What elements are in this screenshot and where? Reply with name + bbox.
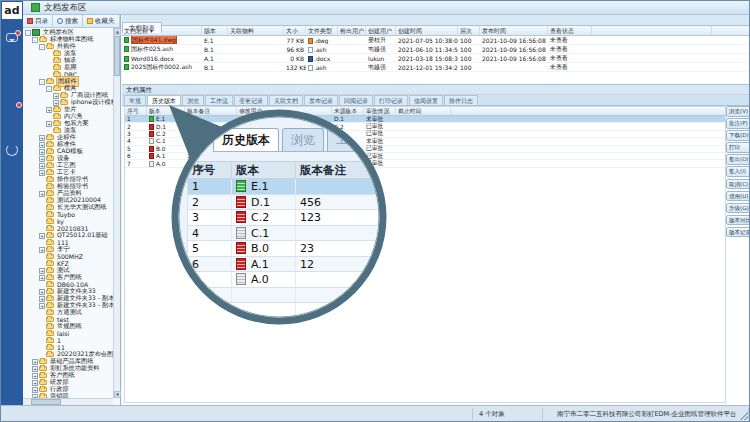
tree-toolbar-button-2[interactable]: 收藏夹 <box>83 15 120 27</box>
file-row[interactable]: 国标件025.ashB.196 KB.ash韦越强2021-06-10 11:3… <box>122 45 749 54</box>
monitor-icon[interactable] <box>6 106 18 118</box>
tab-变更记录[interactable]: 变更记录 <box>234 95 268 105</box>
expand-toggle-icon[interactable]: - <box>25 30 31 36</box>
side-button[interactable]: 版本记录 <box>726 227 750 238</box>
tree-item[interactable]: +李宁 <box>23 246 113 253</box>
side-button[interactable]: 浏览(V) <box>726 106 750 117</box>
expand-toggle-icon[interactable]: + <box>39 233 45 239</box>
expand-toggle-icon[interactable]: + <box>39 142 45 148</box>
expand-toggle-icon[interactable]: + <box>39 149 45 155</box>
expand-toggle-icon[interactable]: + <box>39 289 45 295</box>
file-column-header[interactable]: 文档名称 ▾ <box>122 26 202 35</box>
tab-关联文档[interactable]: 关联文档 <box>269 95 303 105</box>
file-column-header[interactable]: 发布时间 <box>480 26 548 35</box>
tree-item[interactable]: laisi <box>23 330 113 337</box>
side-button[interactable]: 签入(I) <box>726 166 750 177</box>
expand-toggle-icon[interactable]: + <box>39 135 45 141</box>
expand-toggle-icon[interactable]: + <box>39 163 45 169</box>
side-button[interactable]: 升级(G) <box>726 203 750 214</box>
tree-item[interactable]: 底脚 <box>23 64 113 71</box>
expand-toggle-icon[interactable]: + <box>32 373 38 379</box>
tab-操作日志[interactable]: 操作日志 <box>444 95 478 105</box>
tree-toolbar-button-0[interactable]: 目录 <box>23 15 53 27</box>
expand-toggle-icon[interactable]: + <box>39 191 45 197</box>
tree-horizontal-scrollbar[interactable] <box>23 398 113 405</box>
expand-toggle-icon[interactable]: + <box>39 275 45 281</box>
history-column-header[interactable]: 修改用户 <box>237 107 332 115</box>
expand-toggle-icon[interactable]: + <box>46 107 52 113</box>
side-button[interactable]: 版本对比 <box>726 215 750 226</box>
tree-item[interactable]: ky <box>23 218 113 225</box>
file-column-header[interactable]: 层次 <box>458 26 480 35</box>
tab-浏览[interactable]: 浏览 <box>182 95 204 105</box>
tree-item[interactable]: 500MHZ <box>23 253 113 260</box>
expand-toggle-icon[interactable]: + <box>46 121 52 127</box>
scroll-down-arrow-icon[interactable]: ▼ <box>114 391 121 398</box>
expand-toggle-icon[interactable]: + <box>32 359 38 365</box>
tab-历史版本[interactable]: 历史版本 <box>147 95 181 105</box>
file-column-header[interactable]: 创建用户 <box>366 26 396 35</box>
expand-toggle-icon[interactable]: + <box>39 296 45 302</box>
expand-toggle-icon[interactable]: + <box>39 247 45 253</box>
tree-item[interactable]: +QT25012.01基础 <box>23 232 113 239</box>
tree-item[interactable]: 长光华大测试图纸 <box>23 204 113 211</box>
expand-toggle-icon[interactable]: + <box>32 380 38 386</box>
file-column-header[interactable]: 关联物料 <box>228 26 284 35</box>
scroll-up-arrow-icon[interactable]: ▲ <box>114 28 121 35</box>
expand-toggle-icon[interactable]: - <box>39 44 45 50</box>
history-row[interactable]: 3C.2123已审批 <box>125 131 725 138</box>
file-column-header[interactable]: 查看状态 <box>548 26 592 35</box>
tree-item[interactable]: +客户图纸 <box>23 274 113 281</box>
chat-icon[interactable] <box>6 33 18 42</box>
expand-toggle-icon[interactable]: + <box>32 366 38 372</box>
history-column-header[interactable]: 截止时间 <box>396 107 451 115</box>
expand-toggle-icon[interactable]: + <box>39 303 45 309</box>
settings-icon[interactable] <box>6 220 18 232</box>
file-column-header[interactable]: 文件类型 <box>306 26 338 35</box>
file-column-header[interactable]: 创建时间 <box>396 26 458 35</box>
tab-工作流[interactable]: 工作流 <box>205 95 233 105</box>
expand-toggle-icon[interactable]: + <box>39 156 45 162</box>
history-column-header[interactable]: 版本 <box>147 107 185 115</box>
expand-toggle-icon[interactable]: + <box>39 268 45 274</box>
contacts-icon[interactable] <box>6 182 18 194</box>
sync-icon[interactable] <box>6 144 18 156</box>
expand-toggle-icon[interactable]: + <box>53 93 59 99</box>
history-row[interactable]: 2D.1456C.2已审批 <box>125 123 725 130</box>
history-column-header[interactable]: 序号 <box>125 107 147 115</box>
side-button[interactable]: 批注(P) <box>726 118 750 129</box>
tab-借阅设置[interactable]: 借阅设置 <box>409 95 443 105</box>
expand-toggle-icon[interactable]: - <box>46 86 52 92</box>
side-button[interactable]: 取消(C) <box>726 179 750 190</box>
file-column-header[interactable]: 检出用户 <box>338 26 366 35</box>
file-row[interactable]: Word016.docxA.10 KB.docxlukun2021-03-18 … <box>122 54 749 63</box>
history-row[interactable]: 1E.1D.1未审批 <box>125 116 725 123</box>
tree-toolbar-button-1[interactable]: 搜索 <box>53 15 83 27</box>
tab-发布记录[interactable]: 发布记录 <box>304 95 338 105</box>
tree-item[interactable]: 1 <box>23 337 113 344</box>
file-column-header[interactable]: 大小 <box>284 26 306 35</box>
resize-grip[interactable] <box>740 412 748 420</box>
tree-item[interactable]: 常规图纸 <box>23 323 113 330</box>
expand-toggle-icon[interactable]: - <box>39 79 45 85</box>
side-button[interactable]: 打印 <box>726 142 750 153</box>
tree-item[interactable]: 方通测试 <box>23 309 113 316</box>
expand-toggle-icon[interactable]: - <box>32 37 38 43</box>
tab-打印记录[interactable]: 打印记录 <box>374 95 408 105</box>
expand-toggle-icon[interactable]: + <box>32 387 38 393</box>
tab-常规[interactable]: 常规 <box>124 95 146 105</box>
side-button[interactable]: 签出(O) <box>726 154 750 165</box>
history-column-header[interactable]: 来源版本 <box>332 107 364 115</box>
expand-toggle-icon[interactable]: + <box>39 170 45 176</box>
tree-item[interactable]: Tuybo <box>23 211 113 218</box>
side-button[interactable]: 下载(D) <box>726 130 750 141</box>
expand-toggle-icon[interactable]: + <box>53 100 59 106</box>
file-row[interactable]: 国标件041.dwgE.177 KB.dwg晏桂升2021-07-05 10:3… <box>122 36 749 45</box>
scrollbar-thumb[interactable] <box>114 36 120 76</box>
tree-vertical-scrollbar[interactable]: ▲ ▼ <box>113 28 120 398</box>
side-button[interactable]: 借用(U) <box>726 191 750 202</box>
file-column-header[interactable]: 版本 <box>202 26 228 35</box>
history-column-header[interactable]: 版本备注 <box>185 107 237 115</box>
file-row[interactable]: 2025国标件0002.ashB.1132 KB.ash韦越强2021-12-0… <box>122 63 749 72</box>
tab-回阅记录[interactable]: 回阅记录 <box>339 95 373 105</box>
